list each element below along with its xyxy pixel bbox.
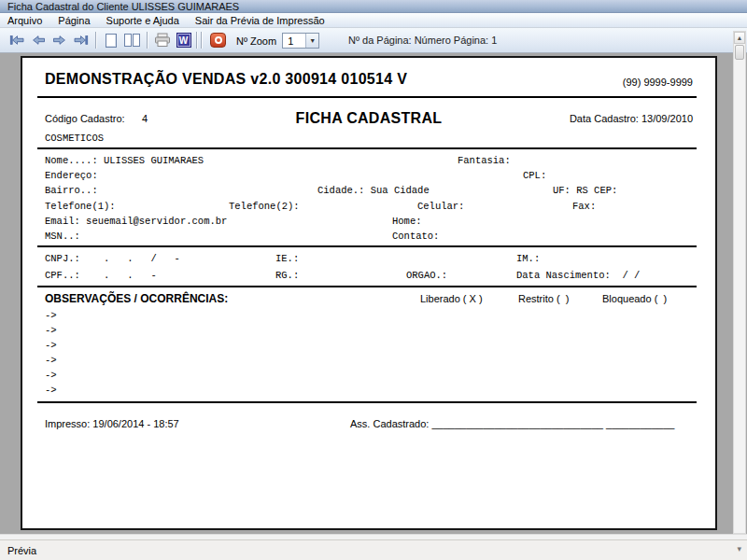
toolbar-separator [95,32,96,49]
single-page-view-button[interactable] [100,31,121,50]
zoom-label: Nº Zoom [236,35,276,47]
exit-preview-button[interactable] [207,31,229,50]
field-bairro: Bairro..: [45,185,98,196]
field-cidade: Cidade.: Sua Cidade [317,185,430,196]
toolbar: W Nº Zoom 1 ▼ Nº da Página: Número Págin… [0,28,747,53]
report-header-phone: (99) 9999-9999 [623,77,693,88]
impresso-timestamp: Impresso: 19/06/2014 - 18:57 [45,418,179,429]
field-contato: Contato: [392,231,439,242]
first-page-icon [9,33,24,48]
menu-pagina[interactable]: Página [58,15,90,26]
obs-row: -> [45,370,57,381]
obs-row: -> [45,385,57,396]
obs-row: -> [45,325,57,336]
field-nome: Nome....: ULISSES GUIMARAES [45,155,204,166]
field-telefone1: Telefone(1): [45,201,116,212]
assinatura-line: Ass. Cadastrado: _______________________… [350,418,674,429]
scrollbar-thumb[interactable] [735,45,744,60]
observacoes-title: OBSERVAÇÕES / OCORRÊNCIAS: [45,292,228,305]
divider [37,96,697,98]
print-button[interactable] [151,31,173,50]
status-liberado: Liberado ( X ) [420,293,483,304]
field-home: Home: [392,216,422,227]
last-page-button[interactable] [70,31,92,50]
field-fantasia: Fantasia: [458,155,511,166]
field-nascimento: Data Nascimento: / / [516,270,640,281]
next-page-icon [52,33,67,48]
report-header-title: DEMONSTRAÇÃO VENDAS v2.0 300914 010514 V [45,71,407,88]
status-restrito: Restrito ( ) [518,293,569,304]
power-off-icon [210,33,226,48]
previous-page-icon [31,33,46,48]
menu-sair-da-previa[interactable]: Sair da Prévia de Impressão [195,15,325,26]
chevron-down-icon[interactable]: ▼ [305,34,318,48]
first-page-button[interactable] [6,31,27,50]
vertical-scrollbar[interactable]: ▲ [733,31,746,534]
window-title: Ficha Cadastral do Cliente ULISSES GUIMA… [7,1,239,12]
status-text: Prévia [7,545,36,556]
divider [37,401,697,403]
menubar: Arquivo Página Suporte e Ajuda Sair da P… [0,13,747,28]
two-page-icon [124,34,140,47]
page-number-info: Nº da Página: Número Página: 1 [348,35,497,46]
zoom-control-group: Nº Zoom 1 ▼ [236,33,319,49]
scroll-up-icon[interactable]: ▲ [734,32,745,44]
document-page: DEMONSTRAÇÃO VENDAS v2.0 300914 010514 V… [21,56,717,530]
toolbar-separator [196,32,197,49]
categoria: COSMETICOS [45,133,104,144]
field-orgao: ORGAO.: [406,270,447,281]
two-page-view-button[interactable] [121,31,143,50]
divider [37,147,697,149]
field-rg: RG.: [275,270,299,281]
data-cadastro: Data Cadastro: 13/09/2010 [570,113,693,124]
printer-icon [154,33,171,48]
field-cpl: CPL: [523,170,546,181]
obs-row: -> [45,340,57,351]
previous-page-button[interactable] [27,31,49,50]
field-endereco: Endereço: [45,170,98,181]
preview-area: DEMONSTRAÇÃO VENDAS v2.0 300914 010514 V… [0,54,747,534]
status-dropdown-icon[interactable]: ▾ [737,544,741,553]
status-bloqueado: Bloqueado ( ) [602,293,667,304]
obs-row: -> [45,310,57,321]
field-ie: IE.: [275,253,299,264]
next-page-button[interactable] [49,31,70,50]
divider [37,286,697,287]
field-celular: Celular: [417,201,464,212]
word-icon-letter: W [179,35,188,46]
field-fax: Fax: [572,201,596,212]
window-titlebar: Ficha Cadastral do Cliente ULISSES GUIMA… [0,0,747,13]
menu-suporte-e-ajuda[interactable]: Suporte e Ajuda [106,15,179,26]
toolbar-separator [201,32,202,49]
field-uf-cep: UF: RS CEP: [553,185,617,196]
zoom-dropdown[interactable]: 1 ▼ [282,33,319,49]
toolbar-separator [147,32,148,49]
obs-row: -> [45,355,57,366]
field-cnpj: CNPJ.: . . / - [45,253,180,264]
statusbar: Prévia ▾ [0,539,747,560]
zoom-value: 1 [283,35,305,47]
divider [37,245,697,247]
field-im: IM.: [516,253,540,264]
single-page-icon [106,34,117,48]
field-cpf: CPF..: . . - [45,270,157,281]
field-email: Email: seuemail@servidor.com.br [45,216,227,227]
export-word-button[interactable]: W [173,31,194,50]
field-telefone2: Telefone(2): [229,201,300,212]
word-icon: W [176,33,191,48]
field-msn: MSN..: [45,231,80,242]
last-page-icon [74,33,89,48]
menu-arquivo[interactable]: Arquivo [7,15,42,26]
